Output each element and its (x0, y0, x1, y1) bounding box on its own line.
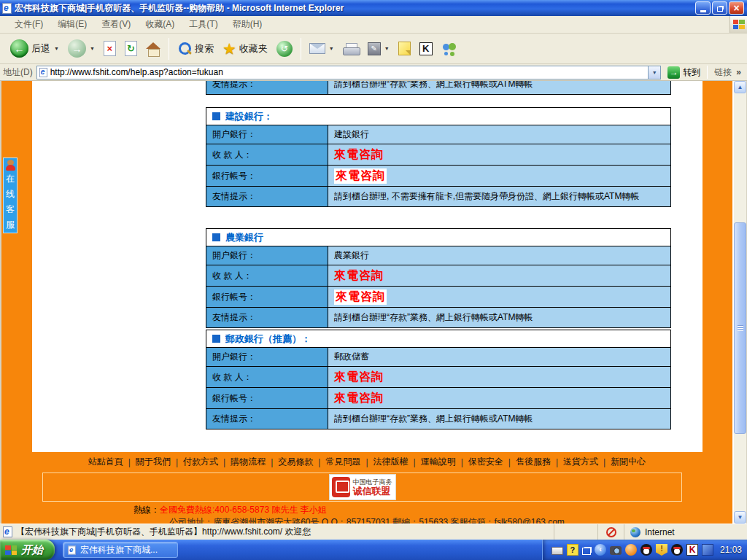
certification-box: 中国电子商务 诚信联盟 (42, 472, 682, 502)
bank-table-row: 開户銀行：農業銀行 (206, 246, 670, 265)
row-value-text: 農業銀行 (334, 249, 369, 262)
toolbar-separator (169, 38, 169, 60)
footer-link-6[interactable]: 法律版權 (368, 456, 414, 468)
row-value-text: 來電咨詢 (334, 268, 384, 284)
favorites-button[interactable]: ★ 收藏夹 (218, 39, 272, 58)
bank-table-clipped: 友情提示： 請到櫃台辦理“存款”業務、網上銀行轉帳或ATM轉帳 (206, 81, 671, 95)
address-dropdown-icon[interactable]: ▼ (648, 66, 660, 79)
start-button[interactable]: 开始 (0, 540, 55, 560)
kaspersky-tray-icon[interactable] (686, 544, 698, 556)
bank-table-row: 友情提示：請到櫃台辦理, 不需要擁有龍卡,但需要随身帶身份證、網上銀行轉帳或AT… (206, 187, 670, 206)
back-icon: ← (10, 39, 28, 58)
antivirus-toolbar-button[interactable]: K (415, 40, 437, 58)
go-button[interactable]: → 转到 (665, 66, 703, 79)
footer-link-3[interactable]: 購物流程 (225, 456, 271, 468)
footer-link-0[interactable]: 站點首頁 (83, 456, 128, 468)
mail-button[interactable]: ▼ (305, 41, 338, 56)
mail-icon (309, 43, 325, 54)
bank-table-row: 收 款 人：來電咨詢 (206, 367, 670, 388)
menu-item-3[interactable]: 收藏(A) (138, 16, 182, 33)
footer-link-9[interactable]: 售後服務 (511, 456, 556, 468)
footer-link-5[interactable]: 常見問題 (320, 456, 365, 468)
row-value-text: 來電咨詢 (334, 168, 387, 184)
print-icon (343, 43, 359, 55)
restore-button[interactable] (712, 1, 727, 15)
address-input-box: ▼ (36, 66, 662, 79)
kaspersky-icon: K (419, 42, 433, 55)
window-title: 宏伟科技旗下商城|手机窃听器、手机监听器--购物帮助 - Microsoft I… (15, 2, 692, 15)
taskbar-task-button[interactable]: 宏伟科技旗下商城... (63, 542, 178, 558)
links-menu[interactable]: 链接 » (711, 66, 744, 79)
row-label: 開户銀行： (206, 348, 328, 366)
refresh-button[interactable]: ↻ (120, 39, 142, 58)
back-button[interactable]: ← 后退 ▼ (6, 37, 63, 60)
print-button[interactable] (338, 41, 363, 57)
taskbar-clock: 21:03 (720, 545, 742, 555)
row-label: 銀行帳号： (206, 388, 328, 408)
close-button[interactable]: × (729, 1, 744, 15)
search-button[interactable]: 搜索 (173, 39, 218, 58)
footer-link-8[interactable]: 保密安全 (463, 456, 508, 468)
hotline-number: 全國免費熱線:400-658-5873 陳先生 李小姐 (160, 505, 327, 515)
footer-link-10[interactable]: 送貨方式 (558, 456, 603, 468)
help-tray-icon[interactable] (567, 544, 578, 556)
vertical-scrollbar[interactable]: ▲ ▼ (734, 81, 746, 524)
keyboard-tray-icon[interactable] (551, 547, 563, 555)
system-tray: 21:03 (542, 540, 747, 560)
address-input[interactable] (50, 67, 646, 77)
menu-item-1[interactable]: 编辑(E) (50, 16, 94, 33)
service-char: 在 (6, 171, 15, 187)
history-button[interactable]: ↺ (272, 39, 297, 59)
menu-item-2[interactable]: 查看(V) (94, 16, 138, 33)
footer-link-4[interactable]: 交易條款 (273, 456, 318, 468)
scroll-up-button[interactable]: ▲ (734, 81, 746, 93)
row-value: 來電咨詢 (328, 144, 670, 165)
menu-item-0[interactable]: 文件(F) (7, 16, 50, 33)
scrollbar-thumb[interactable] (734, 222, 746, 434)
menu-item-5[interactable]: 帮助(H) (225, 16, 270, 33)
start-windows-flag-icon (5, 545, 17, 555)
back-dropdown-icon[interactable]: ▼ (54, 46, 59, 51)
edit-dropdown-icon[interactable]: ▼ (384, 46, 390, 51)
footer-link-2[interactable]: 付款方式 (178, 456, 223, 468)
scroll-down-button[interactable]: ▼ (734, 511, 746, 524)
favorites-label: 收藏夹 (239, 42, 268, 55)
ie-app-icon (2, 3, 12, 14)
row-label: 銀行帳号： (206, 166, 328, 186)
task-label: 宏伟科技旗下商城... (80, 544, 158, 556)
chevron-tray-icon[interactable] (595, 544, 606, 556)
windows-flag-icon (733, 20, 745, 29)
toolbar-separator (301, 38, 301, 60)
footer-link-11[interactable]: 新聞中心 (605, 456, 651, 468)
qq-tray-icon[interactable] (640, 544, 652, 556)
orange-tray-icon[interactable] (625, 544, 637, 556)
bank-table-row: 友情提示：請到櫃台辦理“存款”業務、網上銀行轉帳或ATM轉帳 (206, 409, 670, 429)
restore-tray-icon[interactable] (582, 548, 591, 555)
camera-tray-icon[interactable] (610, 546, 622, 555)
qq-tray-icon[interactable] (671, 544, 683, 556)
links-chevron-icon: » (736, 67, 741, 77)
menu-bar: 文件(F)编辑(E)查看(V)收藏(A)工具(T)帮助(H) (0, 16, 747, 34)
row-value: 請到櫃台辦理“存款”業務、網上銀行轉帳或ATM轉帳 (328, 409, 670, 429)
home-button[interactable] (142, 40, 165, 58)
row-value-text: 郵政儲蓄 (334, 351, 369, 363)
footer-link-7[interactable]: 運輸說明 (416, 456, 461, 468)
online-service-tab[interactable]: 在 线 客 服 (3, 158, 18, 233)
menu-item-4[interactable]: 工具(T) (182, 16, 225, 33)
stop-button[interactable]: × (99, 39, 120, 58)
ecommerce-trust-badge[interactable]: 中国电子商务 诚信联盟 (329, 474, 396, 500)
forward-button[interactable]: → ▼ (63, 37, 99, 60)
start-label: 开始 (21, 543, 43, 557)
edit-button[interactable]: ✎ ▼ (363, 40, 394, 58)
menu-items: 文件(F)编辑(E)查看(V)收藏(A)工具(T)帮助(H) (7, 16, 269, 33)
page-icon (39, 68, 47, 77)
blueapp-tray-icon[interactable] (702, 544, 713, 556)
footer-link-1[interactable]: 關于我們 (131, 456, 176, 468)
service-char: 线 (6, 187, 15, 202)
forward-dropdown-icon[interactable]: ▼ (90, 46, 95, 51)
messenger-button[interactable] (437, 40, 462, 58)
mail-dropdown-icon[interactable]: ▼ (329, 46, 334, 51)
shield-tray-icon[interactable] (656, 544, 667, 556)
minimize-button[interactable] (695, 1, 711, 15)
discuss-button[interactable] (394, 39, 415, 58)
